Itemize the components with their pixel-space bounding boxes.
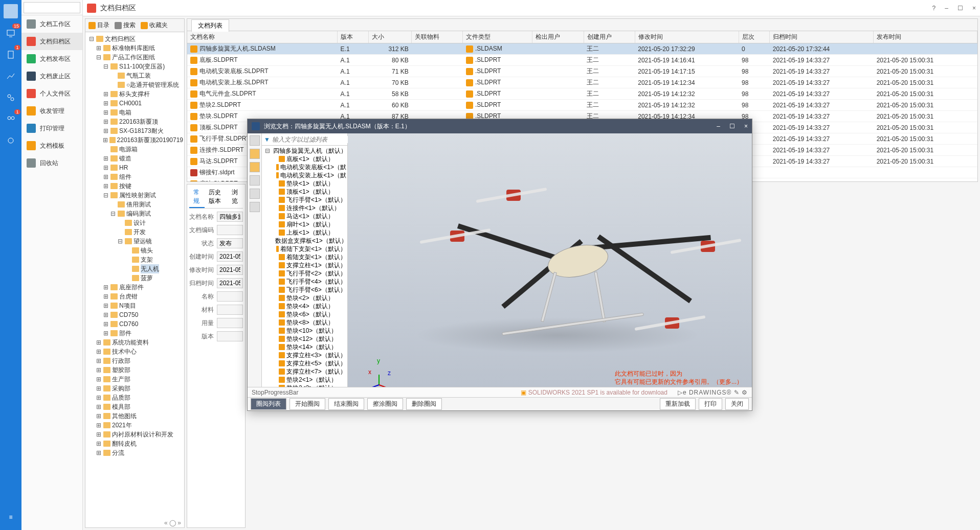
feature-tree-node[interactable]: 飞行手臂<2>（默认） xyxy=(263,269,346,278)
feature-tree-node[interactable]: 飞行手臂<6>（默认） xyxy=(263,286,346,294)
tree-node[interactable]: ⊞分流 xyxy=(86,448,183,457)
tree-toggle[interactable]: ⊞ xyxy=(103,89,109,99)
tree-node[interactable]: ⊞CD750 xyxy=(86,310,183,319)
close-button[interactable]: × xyxy=(972,5,976,12)
feature-tree-node[interactable]: 电动机安装底板<1>（默 xyxy=(263,163,346,171)
tree-node[interactable]: 无人机 xyxy=(86,264,183,273)
table-row[interactable]: 电气元件盒.SLDPRTA.158 KB.SLDPRT王二2021-05-19 … xyxy=(187,88,977,100)
tree-toggle[interactable]: ⊞ xyxy=(96,375,102,384)
tree-toggle[interactable]: ⊞ xyxy=(96,393,102,402)
tree-toggle[interactable]: ⊞ xyxy=(96,402,102,411)
tree-toggle[interactable]: ⊞ xyxy=(96,430,102,439)
tree-toggle[interactable]: ⊞ xyxy=(96,365,102,375)
feature-tree-node[interactable]: 支撑立柱<3>（默认） xyxy=(263,351,346,359)
feature-tree-node[interactable]: 底板<1>（默认） xyxy=(263,155,346,163)
tab-favorites[interactable]: 收藏夹 xyxy=(141,21,168,30)
nav-item-0[interactable]: 文档工作区 xyxy=(21,15,82,33)
tree-toggle[interactable]: ⊟ xyxy=(110,209,116,218)
tree-toggle[interactable]: ⊞ xyxy=(103,292,109,301)
dialog-feature-tree[interactable]: ⊟四轴多旋翼无人机（默认）底板<1>（默认）电动机安装底板<1>（默电动机安装上… xyxy=(262,146,347,410)
nav-item-7[interactable]: 文档模板 xyxy=(21,137,82,154)
feature-tree-node[interactable]: 垫块<2>（默认） xyxy=(263,294,346,302)
tab-preview[interactable]: 浏览 xyxy=(228,187,243,208)
column-header[interactable]: 创建用户 xyxy=(584,31,635,43)
nav-item-4[interactable]: 个人文件区 xyxy=(21,85,82,102)
tree-node[interactable]: ○匙通开锁管理系统 xyxy=(86,80,183,89)
rail-item-2[interactable]: 1 xyxy=(3,47,18,62)
table-row[interactable]: 垫块2.SLDPRTA.160 KB.SLDPRT王二2021-05-19 14… xyxy=(187,100,977,111)
prop-value[interactable] xyxy=(217,212,243,222)
tree-toggle[interactable]: ⊞ xyxy=(103,319,109,329)
prop-value[interactable] xyxy=(217,318,243,328)
tree-node[interactable]: ⊞部件 xyxy=(86,329,183,338)
rail-item-6[interactable] xyxy=(3,133,18,148)
column-header[interactable]: 发布时间 xyxy=(874,31,977,43)
tab-directory[interactable]: 目录 xyxy=(88,21,109,30)
feature-tree-node[interactable]: 垫块<8>（默认） xyxy=(263,318,346,327)
btn-print[interactable]: 打印 xyxy=(699,398,722,410)
nav-search-input[interactable] xyxy=(24,2,80,13)
tree-node[interactable]: ⊞标准物料库图纸 xyxy=(86,43,183,53)
column-header[interactable]: 修改时间 xyxy=(635,31,739,43)
tree-node[interactable]: ⊞塑胶部 xyxy=(86,365,183,375)
rail-item-5[interactable]: 1 xyxy=(3,111,18,127)
tool-photo[interactable] xyxy=(250,189,260,199)
filter-input[interactable] xyxy=(272,136,349,143)
feature-tree-node[interactable]: 上板<1>（默认） xyxy=(263,228,346,237)
btn-markup-list[interactable]: 圈阅列表 xyxy=(251,398,286,410)
dialog-maximize[interactable]: ☐ xyxy=(729,123,735,130)
tree-node[interactable]: 气瓶工装 xyxy=(86,71,183,80)
tree-node[interactable]: ⊞220163新覆顶20190719 xyxy=(86,135,183,145)
column-header[interactable]: 层次 xyxy=(739,31,770,43)
tree-node[interactable]: ⊞电箱 xyxy=(86,108,183,117)
column-header[interactable]: 检出用户 xyxy=(532,31,584,43)
tree-node[interactable]: ⊞翻转皮机 xyxy=(86,439,183,448)
tree-toggle[interactable]: ⊞ xyxy=(96,43,102,53)
btn-close[interactable]: 关闭 xyxy=(725,398,749,410)
tree-node[interactable]: ⊟编码测试 xyxy=(86,209,183,218)
column-header[interactable]: 版本 xyxy=(338,31,369,43)
btn-end-markup[interactable]: 结束圈阅 xyxy=(328,398,364,410)
btn-reload[interactable]: 重新加载 xyxy=(660,398,696,410)
tree-node[interactable]: ⊞2021年 xyxy=(86,421,183,430)
tree-node[interactable]: ⊞其他图纸 xyxy=(86,411,183,421)
feature-tree-node[interactable]: 顶板<1>（默认） xyxy=(263,188,346,196)
feature-tree-node[interactable]: 支撑立柱<5>（默认） xyxy=(263,359,346,367)
collapse-toggle[interactable]: ≡ xyxy=(0,510,21,525)
column-header[interactable]: 关联物料 xyxy=(412,31,463,43)
btn-delete-markup[interactable]: 删除圈阅 xyxy=(406,398,442,410)
prop-value[interactable] xyxy=(217,305,243,315)
tree-toggle[interactable]: ⊞ xyxy=(103,310,109,319)
feature-tree-node[interactable]: 扇叶<1>（默认） xyxy=(263,220,346,228)
help-button[interactable]: ? xyxy=(932,5,936,12)
prop-value[interactable] xyxy=(217,238,243,248)
tab-general[interactable]: 常规 xyxy=(189,187,205,208)
tree-node[interactable]: ⊞N项目 xyxy=(86,301,183,310)
tool-assembly[interactable] xyxy=(250,135,260,146)
tree-toggle[interactable]: ⊟ xyxy=(88,34,95,43)
tree-toggle[interactable]: ⊞ xyxy=(96,356,102,365)
rail-item-4[interactable] xyxy=(3,90,18,105)
tree-node[interactable]: ⊟望远镜 xyxy=(86,237,183,246)
tree-toggle[interactable]: ⊟ xyxy=(96,53,102,62)
tree-node[interactable]: ⊟文档归档区 xyxy=(86,34,183,43)
dialog-title-bar[interactable]: 浏览文档：四轴多旋翼无人机.SLDASM（版本：E.1） – ☐ × xyxy=(248,119,752,133)
tool-search[interactable] xyxy=(250,149,260,159)
column-header[interactable]: 归档时间 xyxy=(770,31,874,43)
rail-item-3[interactable] xyxy=(3,68,18,84)
tree-toggle[interactable]: ⊞ xyxy=(103,172,109,181)
nav-item-2[interactable]: 文档发布区 xyxy=(21,50,82,67)
tree-toggle[interactable]: ⊞ xyxy=(96,448,102,457)
tree-node[interactable]: ⊞采购部 xyxy=(86,384,183,393)
prop-value[interactable] xyxy=(217,225,243,235)
tree-node[interactable]: ⊞台虎钳 xyxy=(86,292,183,301)
feature-tree-node[interactable]: 垫块<14>（默认） xyxy=(263,343,346,351)
tree-node[interactable]: ⊞锻造 xyxy=(86,154,183,163)
table-row[interactable]: 底板.SLDPRTA.180 KB.SLDPRT王二2021-05-19 14:… xyxy=(187,55,977,66)
tree-toggle[interactable]: ⊟ xyxy=(117,237,123,246)
status-update-link[interactable]: ▣ SOLIDWORKS 2021 SP1 is available for d… xyxy=(521,389,667,396)
feature-tree-node[interactable]: 支撑立柱<1>（默认） xyxy=(263,261,346,269)
prop-value[interactable] xyxy=(217,265,243,275)
directory-tree[interactable]: ⊟文档归档区⊞标准物料库图纸⊟产品工作区图纸⊟S11-100(变压器)气瓶工装○… xyxy=(85,32,184,518)
tree-toggle[interactable]: ⊞ xyxy=(96,439,102,448)
